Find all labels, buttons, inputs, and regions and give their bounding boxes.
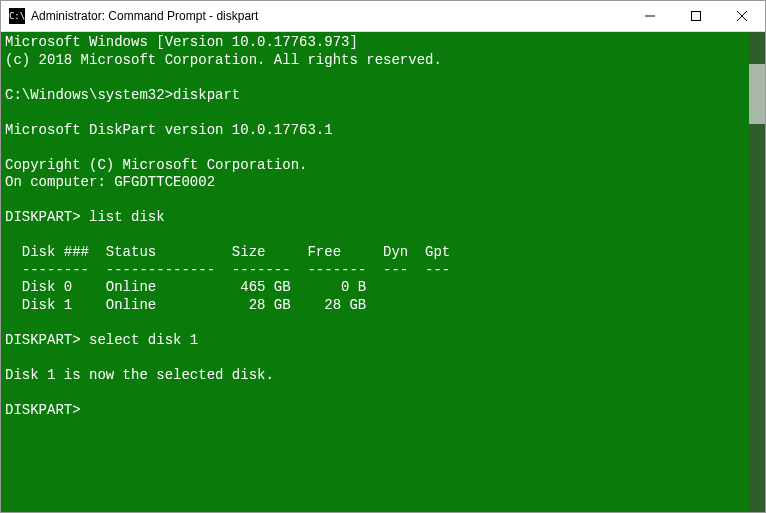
maximize-button[interactable] [673,1,719,31]
app-icon: C:\ [9,8,25,24]
scroll-up-arrow[interactable] [749,32,765,48]
terminal-line: Microsoft DiskPart version 10.0.17763.1 [5,122,745,140]
terminal-line [5,314,745,332]
command-prompt-window: C:\ Administrator: Command Prompt - disk… [0,0,766,513]
terminal-line [5,227,745,245]
minimize-button[interactable] [627,1,673,31]
app-icon-text: C:\ [9,11,25,21]
terminal-line: Microsoft Windows [Version 10.0.17763.97… [5,34,745,52]
close-button[interactable] [719,1,765,31]
terminal-line: Copyright (C) Microsoft Corporation. [5,157,745,175]
terminal-line: Disk 1 Online 28 GB 28 GB [5,297,745,315]
terminal-line: (c) 2018 Microsoft Corporation. All righ… [5,52,745,70]
terminal-line: DISKPART> list disk [5,209,745,227]
svg-rect-1 [692,12,701,21]
window-title: Administrator: Command Prompt - diskpart [31,9,627,23]
terminal-line: On computer: GFGDTTCE0002 [5,174,745,192]
titlebar[interactable]: C:\ Administrator: Command Prompt - disk… [1,1,765,32]
terminal-line: Disk 1 is now the selected disk. [5,367,745,385]
terminal-line: Disk 0 Online 465 GB 0 B [5,279,745,297]
scroll-thumb[interactable] [749,64,765,124]
terminal-line: DISKPART> [5,402,745,420]
terminal-line [5,69,745,87]
terminal-line [5,192,745,210]
terminal-container: Microsoft Windows [Version 10.0.17763.97… [1,32,765,512]
terminal-line [5,139,745,157]
terminal-line: DISKPART> select disk 1 [5,332,745,350]
terminal-line [5,384,745,402]
terminal-line [5,349,745,367]
scrollbar[interactable] [749,32,765,512]
terminal-line: -------- ------------- ------- ------- -… [5,262,745,280]
terminal-output[interactable]: Microsoft Windows [Version 10.0.17763.97… [1,32,749,512]
terminal-line: C:\Windows\system32>diskpart [5,87,745,105]
window-controls [627,1,765,31]
terminal-line: Disk ### Status Size Free Dyn Gpt [5,244,745,262]
terminal-line [5,104,745,122]
